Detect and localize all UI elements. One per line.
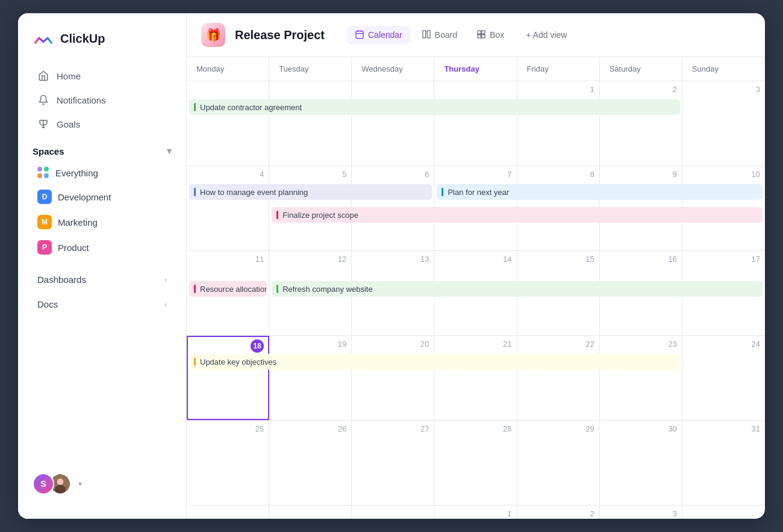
board-tab-label: Board bbox=[435, 30, 457, 40]
cal-cell-w3-d5[interactable]: 23 bbox=[600, 336, 682, 420]
day-header-wednesday: Wednesday bbox=[352, 57, 434, 81]
main-header: 🎁 Release Project Calendar Board bbox=[187, 13, 765, 57]
spaces-collapse-icon[interactable]: ▾ bbox=[167, 146, 172, 156]
spaces-section-header: Spaces ▾ bbox=[18, 136, 186, 161]
sidebar-dashboards[interactable]: Dashboards › bbox=[23, 267, 181, 292]
week-row-2: 11121314151617Resource allocationRefresh… bbox=[187, 251, 765, 336]
cal-cell-w3-d3[interactable]: 21 bbox=[434, 336, 517, 420]
nav-goals-label: Goals bbox=[57, 119, 80, 129]
sidebar: ClickUp Home Notifications bbox=[18, 13, 187, 519]
svg-rect-10 bbox=[427, 31, 430, 38]
marketing-badge: M bbox=[37, 215, 52, 229]
project-title: Release Project bbox=[235, 28, 325, 42]
cal-cell-w0-d1[interactable] bbox=[269, 81, 352, 165]
cal-cell-w4-d3[interactable]: 28 bbox=[434, 421, 517, 505]
cal-cell-w0-d5[interactable]: 2 bbox=[600, 81, 682, 165]
avatar-dropdown-icon[interactable]: ▾ bbox=[78, 480, 82, 488]
space-everything-label: Everything bbox=[55, 168, 98, 178]
dashboards-label: Dashboards bbox=[37, 274, 86, 285]
avatar-s: S bbox=[33, 473, 54, 495]
tab-calendar[interactable]: Calendar bbox=[346, 26, 411, 45]
day-header-sunday: Sunday bbox=[682, 57, 765, 81]
space-development[interactable]: D Development bbox=[23, 184, 181, 209]
event-bar-finalize-project-scope[interactable]: Finalize project scope bbox=[272, 207, 763, 223]
event-bar-update-key-objectives[interactable]: Update key objectives bbox=[189, 354, 680, 370]
cal-cell-w5-d4[interactable]: 2 bbox=[517, 506, 600, 519]
main-content: 🎁 Release Project Calendar Board bbox=[187, 13, 765, 519]
box-tab-icon bbox=[476, 29, 486, 41]
calendar-tab-icon bbox=[355, 29, 364, 41]
cal-cell-w5-d0[interactable] bbox=[187, 506, 269, 519]
trophy-icon bbox=[37, 118, 49, 130]
cal-cell-w3-d4[interactable]: 22 bbox=[517, 336, 600, 420]
cal-cell-w0-d0[interactable] bbox=[187, 81, 269, 165]
space-product[interactable]: P Product bbox=[23, 235, 181, 260]
space-marketing[interactable]: M Marketing bbox=[23, 209, 181, 235]
docs-chevron: › bbox=[164, 300, 167, 309]
cal-cell-w5-d1[interactable] bbox=[269, 506, 352, 519]
event-bar-resource-allocation[interactable]: Resource allocation bbox=[189, 281, 267, 297]
view-tabs: Calendar Board Box + Add view bbox=[346, 26, 575, 45]
cal-cell-w4-d1[interactable]: 26 bbox=[269, 421, 352, 505]
event-bar-plan-for-next-year[interactable]: Plan for next year bbox=[437, 184, 763, 200]
tab-board[interactable]: Board bbox=[413, 26, 466, 45]
bell-icon bbox=[37, 94, 49, 106]
product-badge: P bbox=[37, 240, 52, 255]
svg-rect-12 bbox=[482, 31, 485, 34]
svg-rect-14 bbox=[482, 34, 485, 37]
week-row-1: 45678910How to manage event planningPlan… bbox=[187, 166, 765, 251]
cal-cell-w5-d2[interactable] bbox=[352, 506, 434, 519]
cal-cell-w4-d6[interactable]: 31 bbox=[682, 421, 765, 505]
cal-cell-w4-d2[interactable]: 27 bbox=[352, 421, 434, 505]
nav-notifications[interactable]: Notifications bbox=[23, 88, 181, 112]
week-row-0: 123Update contractor agreement bbox=[187, 81, 765, 166]
docs-label: Docs bbox=[37, 299, 58, 309]
event-bar-refresh-company-website[interactable]: Refresh company website bbox=[272, 281, 763, 297]
cal-cell-w3-d2[interactable]: 20 bbox=[352, 336, 434, 420]
sidebar-bottom: S ▾ bbox=[18, 463, 186, 504]
cal-cell-w1-d0[interactable]: 4 bbox=[187, 166, 269, 250]
cal-cell-w0-d6[interactable]: 3 bbox=[682, 81, 765, 165]
app-container: ClickUp Home Notifications bbox=[18, 13, 765, 519]
everything-icon bbox=[37, 167, 49, 179]
calendar-body: 123Update contractor agreement45678910Ho… bbox=[187, 81, 765, 519]
cal-cell-w3-d1[interactable]: 19 bbox=[269, 336, 352, 420]
cal-cell-w5-d3[interactable]: 1 bbox=[434, 506, 517, 519]
cal-cell-w5-d5[interactable]: 3 bbox=[600, 506, 682, 519]
event-bar-how-to-manage-event-planning[interactable]: How to manage event planning bbox=[189, 184, 432, 200]
space-product-label: Product bbox=[58, 243, 89, 253]
project-icon: 🎁 bbox=[201, 23, 225, 47]
cal-cell-w4-d0[interactable]: 25 bbox=[187, 421, 269, 505]
svg-rect-9 bbox=[423, 31, 426, 38]
calendar-container: Monday Tuesday Wednesday Thursday Friday… bbox=[187, 57, 765, 519]
add-view-button[interactable]: + Add view bbox=[517, 26, 575, 43]
day-header-saturday: Saturday bbox=[600, 57, 682, 81]
cal-cell-w3-d6[interactable]: 24 bbox=[682, 336, 765, 420]
nav-home[interactable]: Home bbox=[23, 64, 181, 88]
event-bar-update-contractor-agreement[interactable]: Update contractor agreement bbox=[189, 99, 680, 115]
tab-box[interactable]: Box bbox=[468, 26, 513, 45]
cal-cell-w3-d0[interactable]: 18 bbox=[187, 336, 269, 420]
space-everything[interactable]: Everything bbox=[23, 161, 181, 184]
svg-rect-11 bbox=[478, 31, 481, 34]
cal-cell-w0-d3[interactable] bbox=[434, 81, 517, 165]
svg-rect-5 bbox=[356, 31, 363, 38]
calendar-tab-label: Calendar bbox=[368, 30, 402, 40]
add-view-label: + Add view bbox=[526, 30, 567, 40]
nav-notifications-label: Notifications bbox=[57, 95, 106, 105]
space-marketing-label: Marketing bbox=[58, 217, 98, 227]
cal-cell-w4-d5[interactable]: 30 bbox=[600, 421, 682, 505]
cal-cell-w5-d6[interactable] bbox=[682, 506, 765, 519]
cal-cell-w0-d4[interactable]: 1 bbox=[517, 81, 600, 165]
week-row-4: 25262728293031 bbox=[187, 421, 765, 506]
week-row-5: 123 bbox=[187, 506, 765, 519]
day-header-tuesday: Tuesday bbox=[269, 57, 352, 81]
sidebar-docs[interactable]: Docs › bbox=[23, 292, 181, 317]
home-icon bbox=[37, 70, 49, 82]
cal-cell-w0-d2[interactable] bbox=[352, 81, 434, 165]
nav-goals[interactable]: Goals bbox=[23, 112, 181, 136]
svg-point-4 bbox=[55, 485, 66, 493]
calendar-header: Monday Tuesday Wednesday Thursday Friday… bbox=[187, 57, 765, 81]
svg-point-3 bbox=[57, 478, 64, 485]
cal-cell-w4-d4[interactable]: 29 bbox=[517, 421, 600, 505]
